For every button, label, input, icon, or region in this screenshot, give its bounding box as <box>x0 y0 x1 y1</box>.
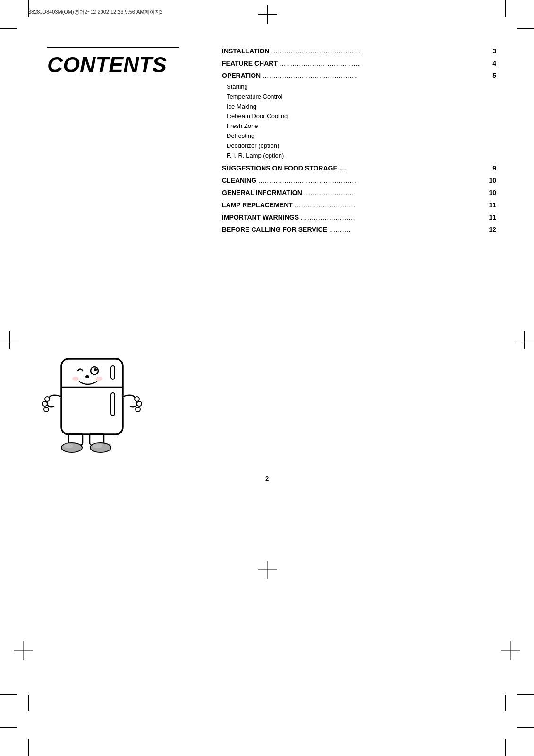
svg-point-30 <box>96 377 102 381</box>
toc-page-operation: 5 <box>487 72 496 79</box>
toc-title-general-info: GENERAL INFORMATION <box>222 189 302 196</box>
trim-mark-bl-v <box>28 739 29 756</box>
sub-entry-starting: Starting <box>227 82 496 92</box>
svg-point-28 <box>85 375 89 378</box>
svg-point-29 <box>72 377 79 381</box>
crosshair-bottom-left-icon <box>14 641 33 662</box>
svg-point-10 <box>42 401 47 406</box>
trim-mark-tl-h <box>0 28 17 29</box>
toc-title-feature-chart: FEATURE CHART <box>222 59 278 67</box>
toc-entry-installation: INSTALLATION ...........................… <box>222 47 496 55</box>
toc-dots-important-warnings: ......................... <box>301 214 485 221</box>
toc-title-operation: OPERATION <box>222 72 261 79</box>
toc-page-lamp-replacement: 11 <box>487 201 496 209</box>
toc-page-before-calling: 12 <box>487 226 496 233</box>
toc-entry-feature-chart: FEATURE CHART ..........................… <box>222 59 496 67</box>
left-column: CONTENTS <box>47 47 208 238</box>
main-content: CONTENTS INSTALLATION ..................… <box>47 47 496 238</box>
refrigerator-mascot-svg <box>38 345 151 467</box>
svg-point-11 <box>44 407 49 412</box>
sub-entry-deodorizer: Deodorizer (option) <box>227 141 496 151</box>
toc-entry-lamp-replacement: LAMP REPLACEMENT .......................… <box>222 201 496 209</box>
contents-title: CONTENTS <box>47 54 208 76</box>
file-header: 3828JD8403M(OM)영어2~12 2002.12.23 9:56 AM… <box>28 8 163 16</box>
toc-dots-before-calling: .......... <box>329 226 485 233</box>
sub-entry-icebeam: Icebeam Door Cooling <box>227 111 496 121</box>
trim-mark-bottom-right-h <box>517 694 534 695</box>
toc-title-before-calling: BEFORE CALLING FOR SERVICE <box>222 226 327 233</box>
trim-mark-tr-h <box>517 28 534 29</box>
trim-mark-tl-v <box>28 0 29 17</box>
mascot-illustration <box>38 345 170 477</box>
toc-title-suggestions: SUGGESTIONS ON FOOD STORAGE .... <box>222 164 347 172</box>
divider-line <box>47 47 179 48</box>
toc-entry-general-info: GENERAL INFORMATION ....................… <box>222 189 496 196</box>
toc-entry-before-calling: BEFORE CALLING FOR SERVICE .......... 12 <box>222 226 496 233</box>
trim-mark-tr-v <box>505 0 506 17</box>
toc-dots-lamp-replacement: ............................ <box>295 202 485 209</box>
page-number: 2 <box>265 475 269 482</box>
toc-page-installation: 3 <box>487 47 496 55</box>
toc-title-important-warnings: IMPORTANT WARNINGS <box>222 213 299 221</box>
svg-point-19 <box>64 443 73 448</box>
trim-mark-bottom-right-v <box>505 695 506 711</box>
toc-entry-cleaning: CLEANING ...............................… <box>222 177 496 184</box>
toc-page-important-warnings: 11 <box>487 213 496 221</box>
svg-point-14 <box>136 407 140 412</box>
sub-entry-fir-lamp: F. I. R. Lamp (option) <box>227 151 496 161</box>
toc-page-general-info: 10 <box>487 189 496 196</box>
toc-dots-cleaning: ........................................… <box>258 177 485 184</box>
toc-section: INSTALLATION ...........................… <box>208 47 496 238</box>
svg-point-12 <box>135 397 139 401</box>
sub-entry-fresh-zone: Fresh Zone <box>227 121 496 131</box>
toc-sub-entries-operation: Starting Temperature Control Ice Making … <box>227 82 496 161</box>
toc-page-feature-chart: 4 <box>487 59 496 67</box>
trim-mark-bottom-left-h <box>0 694 17 695</box>
svg-point-20 <box>93 443 102 448</box>
toc-entry-operation: OPERATION ..............................… <box>222 72 496 161</box>
toc-entry-important-warnings: IMPORTANT WARNINGS .....................… <box>222 213 496 221</box>
svg-point-9 <box>45 397 50 401</box>
crosshair-bottom-icon <box>258 561 277 581</box>
toc-dots-installation: ........................................… <box>271 48 485 55</box>
trim-mark-br-v <box>505 739 506 756</box>
svg-point-27 <box>94 368 97 371</box>
crosshair-bottom-right-icon <box>501 641 520 662</box>
svg-rect-24 <box>111 366 115 379</box>
trim-mark-bottom-left-v <box>28 695 29 711</box>
toc-entry-suggestions: SUGGESTIONS ON FOOD STORAGE .... 9 <box>222 164 496 172</box>
toc-title-lamp-replacement: LAMP REPLACEMENT <box>222 201 293 209</box>
toc-dots-feature-chart: ..................................... <box>280 60 485 67</box>
toc-dots-general-info: ....................... <box>304 189 485 196</box>
toc-page-suggestions: 9 <box>487 164 496 172</box>
toc-dots-operation: ........................................… <box>263 72 485 79</box>
page-container: 3828JD8403M(OM)영어2~12 2002.12.23 9:56 AM… <box>0 0 534 756</box>
svg-point-13 <box>137 401 142 406</box>
sub-entry-ice-making: Ice Making <box>227 102 496 112</box>
toc-title-cleaning: CLEANING <box>222 177 256 184</box>
sub-entry-temp-control: Temperature Control <box>227 92 496 102</box>
trim-mark-br-h <box>517 727 534 728</box>
sub-entry-defrosting: Defrosting <box>227 131 496 141</box>
toc-title-installation: INSTALLATION <box>222 47 270 55</box>
trim-mark-bl-h <box>0 727 17 728</box>
toc-page-cleaning: 10 <box>487 177 496 184</box>
svg-rect-25 <box>111 393 115 416</box>
